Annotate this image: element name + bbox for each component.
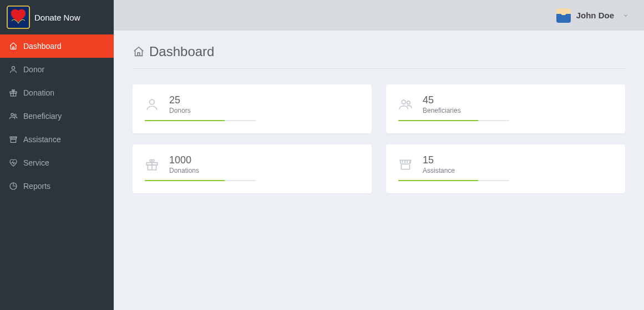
svg-point-5: [14, 114, 16, 116]
pie-chart-icon: [9, 182, 18, 191]
sidebar-item-label: Dashboard: [23, 42, 62, 51]
page-title: Dashboard: [149, 44, 214, 59]
sidebar-item-donor[interactable]: Donor: [0, 58, 114, 81]
cards-grid: 25 Donors 45 Beneficiaries: [133, 84, 625, 193]
progress-bar: [398, 180, 478, 181]
store-icon: [9, 135, 18, 144]
sidebar-item-label: Assistance: [23, 135, 61, 144]
home-icon: [133, 46, 145, 58]
card-value: 1000: [169, 154, 199, 166]
main: John Doe Dashboard 25 Donors: [114, 0, 644, 310]
page-title-row: Dashboard: [133, 44, 625, 69]
card-value: 45: [423, 94, 461, 106]
progress-bar: [145, 180, 225, 181]
svg-point-7: [402, 100, 405, 104]
heart-pulse-icon: [9, 158, 18, 167]
nav: Dashboard Donor Donation Beneficiary Ass…: [0, 34, 114, 198]
card-assistance[interactable]: 15 Assistance: [386, 144, 625, 193]
home-icon: [9, 42, 18, 51]
svg-point-8: [407, 101, 410, 104]
progress-bar: [145, 120, 225, 121]
svg-point-4: [11, 113, 13, 116]
user-icon: [9, 65, 18, 74]
brand-title: Donate Now: [34, 13, 80, 22]
sidebar-item-label: Donor: [23, 65, 44, 74]
card-donors[interactable]: 25 Donors: [133, 84, 372, 133]
gift-icon: [145, 157, 159, 172]
sidebar-item-donation[interactable]: Donation: [0, 81, 114, 104]
username[interactable]: John Doe: [576, 11, 614, 20]
progress-track: [145, 120, 256, 121]
progress-track: [398, 120, 509, 121]
users-icon: [9, 112, 18, 121]
svg-point-1: [12, 67, 14, 69]
gift-icon: [9, 88, 18, 97]
card-label: Beneficiaries: [423, 107, 461, 114]
sidebar-item-service[interactable]: Service: [0, 151, 114, 174]
card-value: 25: [169, 94, 191, 106]
avatar[interactable]: [556, 8, 571, 23]
brand[interactable]: Donate Now: [0, 0, 114, 34]
card-label: Donors: [169, 107, 191, 114]
card-label: Donations: [169, 167, 199, 174]
content: Dashboard 25 Donors: [114, 31, 644, 207]
sidebar-item-assistance[interactable]: Assistance: [0, 128, 114, 151]
brand-logo-icon: [7, 6, 30, 29]
user-icon: [145, 97, 159, 112]
users-icon: [398, 97, 413, 112]
sidebar: Donate Now Dashboard Donor Donation Bene…: [0, 0, 114, 310]
sidebar-item-label: Reports: [23, 182, 50, 191]
card-value: 15: [423, 154, 455, 166]
card-beneficiaries[interactable]: 45 Beneficiaries: [386, 84, 625, 133]
progress-track: [145, 180, 256, 181]
progress-bar: [398, 120, 478, 121]
sidebar-item-reports[interactable]: Reports: [0, 174, 114, 198]
sidebar-item-label: Donation: [23, 88, 54, 97]
sidebar-item-label: Beneficiary: [23, 112, 62, 121]
chevron-down-icon[interactable]: [623, 13, 628, 18]
svg-point-6: [150, 99, 155, 104]
card-donations[interactable]: 1000 Donations: [133, 144, 372, 193]
topbar: John Doe: [114, 0, 644, 31]
store-icon: [398, 157, 413, 172]
sidebar-item-dashboard[interactable]: Dashboard: [0, 34, 114, 58]
card-label: Assistance: [423, 167, 455, 174]
sidebar-item-beneficiary[interactable]: Beneficiary: [0, 104, 114, 128]
progress-track: [398, 180, 509, 181]
sidebar-item-label: Service: [23, 158, 49, 167]
